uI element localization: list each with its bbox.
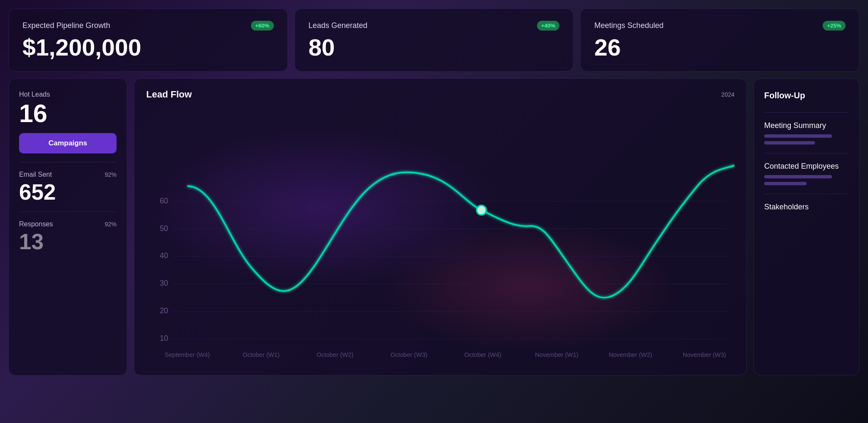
svg-text:November (W3): November (W3) bbox=[683, 351, 726, 358]
chart-title: Lead Flow bbox=[146, 89, 192, 100]
stakeholders-section: Stakeholders bbox=[764, 203, 849, 216]
svg-text:60: 60 bbox=[160, 196, 168, 205]
email-sent-percent: 92% bbox=[105, 171, 117, 178]
hot-leads-section: Hot Leads 16 bbox=[19, 91, 117, 126]
svg-rect-1 bbox=[146, 103, 734, 365]
kpi-header-pipeline: Expected Pipeline Growth +60% bbox=[22, 21, 274, 31]
left-panel: Hot Leads 16 Campaigns Email Sent 92% 65… bbox=[8, 78, 127, 376]
email-sent-section: Email Sent 92% 652 bbox=[19, 171, 117, 203]
svg-text:October (W3): October (W3) bbox=[390, 351, 427, 358]
kpi-value-pipeline: $1,200,000 bbox=[22, 36, 274, 59]
meeting-summary-bars bbox=[764, 134, 849, 145]
kpi-card-pipeline: Expected Pipeline Growth +60% $1,200,000 bbox=[8, 8, 288, 72]
email-sent-label: Email Sent bbox=[19, 171, 52, 178]
email-sent-value: 652 bbox=[19, 181, 117, 203]
kpi-badge-meetings: +25% bbox=[823, 21, 846, 31]
chart-header: Lead Flow 2024 bbox=[146, 89, 734, 100]
kpi-row: Expected Pipeline Growth +60% $1,200,000… bbox=[8, 8, 860, 72]
right-panel: Follow-Up Meeting Summary Contacted Empl… bbox=[754, 78, 860, 376]
kpi-card-leads: Leads Generated +40% 80 bbox=[295, 8, 574, 72]
contacted-employees-title: Contacted Employees bbox=[764, 162, 849, 171]
svg-point-14 bbox=[477, 205, 487, 215]
right-divider-mid bbox=[764, 153, 849, 153]
campaigns-button[interactable]: Campaigns bbox=[19, 133, 117, 153]
right-divider-bottom bbox=[764, 194, 849, 194]
svg-text:10: 10 bbox=[160, 334, 168, 342]
responses-header: Responses 92% bbox=[19, 220, 117, 228]
chart-container: 10 20 30 40 50 60 bbox=[146, 103, 734, 365]
svg-text:October (W1): October (W1) bbox=[243, 351, 280, 358]
chart-year: 2024 bbox=[721, 91, 734, 98]
meeting-summary-section: Meeting Summary bbox=[764, 121, 849, 145]
meeting-summary-title: Meeting Summary bbox=[764, 121, 849, 130]
svg-text:40: 40 bbox=[160, 251, 168, 260]
responses-label: Responses bbox=[19, 220, 53, 228]
divider-2 bbox=[19, 212, 117, 212]
kpi-badge-pipeline: +60% bbox=[251, 21, 274, 31]
kpi-title-pipeline: Expected Pipeline Growth bbox=[22, 21, 110, 30]
right-divider-top bbox=[764, 112, 849, 113]
svg-text:November (W1): November (W1) bbox=[535, 351, 578, 358]
svg-text:October (W4): October (W4) bbox=[465, 351, 501, 358]
meeting-bar-1 bbox=[764, 134, 832, 138]
contacted-bars bbox=[764, 175, 849, 185]
contacted-employees-section: Contacted Employees bbox=[764, 162, 849, 185]
email-sent-header: Email Sent 92% bbox=[19, 171, 117, 178]
kpi-card-meetings: Meetings Scheduled +25% 26 bbox=[580, 8, 860, 72]
svg-text:20: 20 bbox=[160, 306, 168, 315]
responses-section: Responses 92% 13 bbox=[19, 220, 117, 253]
chart-panel: Lead Flow 2024 bbox=[134, 78, 747, 376]
kpi-value-meetings: 26 bbox=[594, 36, 846, 59]
dashboard: Expected Pipeline Growth +60% $1,200,000… bbox=[8, 8, 860, 376]
bottom-row: Hot Leads 16 Campaigns Email Sent 92% 65… bbox=[8, 78, 860, 376]
kpi-title-leads: Leads Generated bbox=[309, 21, 367, 30]
svg-text:50: 50 bbox=[160, 224, 168, 232]
contacted-bar-1 bbox=[764, 175, 832, 178]
responses-percent: 92% bbox=[105, 221, 117, 228]
hot-leads-label: Hot Leads bbox=[19, 91, 117, 98]
kpi-header-meetings: Meetings Scheduled +25% bbox=[594, 21, 846, 31]
svg-text:October (W2): October (W2) bbox=[317, 351, 353, 358]
kpi-title-meetings: Meetings Scheduled bbox=[594, 21, 663, 30]
svg-text:September (W4): September (W4) bbox=[165, 351, 210, 358]
svg-text:November (W2): November (W2) bbox=[609, 351, 652, 358]
lead-flow-chart: 10 20 30 40 50 60 bbox=[146, 103, 734, 365]
stakeholders-title: Stakeholders bbox=[764, 203, 849, 212]
meeting-bar-2 bbox=[764, 141, 815, 145]
svg-text:30: 30 bbox=[160, 279, 168, 287]
followup-title: Follow-Up bbox=[764, 91, 849, 100]
hot-leads-value: 16 bbox=[19, 101, 117, 126]
contacted-bar-2 bbox=[764, 182, 807, 185]
divider-1 bbox=[19, 162, 117, 162]
kpi-value-leads: 80 bbox=[309, 36, 560, 59]
kpi-header-leads: Leads Generated +40% bbox=[309, 21, 560, 31]
responses-value: 13 bbox=[19, 231, 117, 253]
kpi-badge-leads: +40% bbox=[537, 21, 560, 31]
